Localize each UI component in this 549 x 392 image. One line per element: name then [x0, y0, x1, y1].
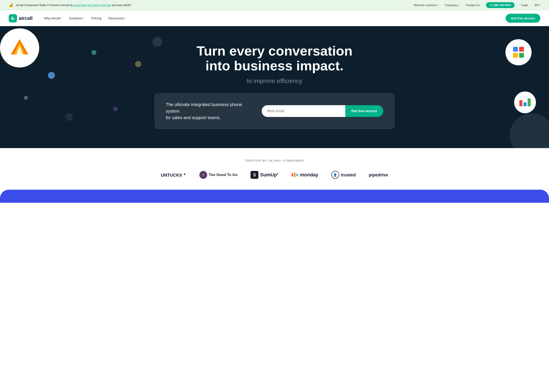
floating-circle-large: [510, 113, 549, 148]
partner-chevron-icon: ▾: [437, 4, 438, 6]
svg-marker-2: [14, 42, 25, 55]
untuckit-trademark-icon: ▲: [183, 172, 186, 175]
nav-left: aircall Why Aircall ▾ Solutions ▾ Pricin…: [9, 14, 128, 22]
toogoodtogo-logo: Too Good To Go: [199, 171, 238, 179]
become-partner-link[interactable]: Become a partner ▾: [414, 3, 438, 7]
logo-text: aircall: [19, 15, 33, 21]
chart-app-icon: [514, 91, 536, 113]
trusted-brand-icon: 👤: [331, 171, 339, 179]
trusted-label: TRUSTED BY 18,000+ COMPANIES: [17, 159, 532, 162]
hero-content: Turn every conversation into business im…: [192, 43, 357, 84]
banner-link[interactable]: send them this form to fill now: [74, 3, 111, 7]
email-input[interactable]: [262, 105, 345, 117]
svg-point-0: [12, 18, 14, 19]
nav-solutions[interactable]: Solutions ▾: [66, 14, 87, 22]
cta-box: The ultimate integrated business phone s…: [155, 93, 394, 129]
contact-us-link[interactable]: Contact Us: [465, 3, 479, 7]
login-button[interactable]: Login: [521, 3, 528, 7]
banner-left: 💰 Aircall Customers! Refer A Friend to A…: [9, 3, 131, 8]
monday-logo: monday: [291, 172, 318, 178]
bottom-wave: [0, 190, 549, 203]
svg-marker-1: [11, 39, 28, 55]
google-app-icon: [506, 39, 532, 65]
phone-number[interactable]: +1 888 240-6923: [486, 2, 514, 8]
company-chevron-icon: ▾: [458, 4, 459, 6]
trusted-section: TRUSTED BY 18,000+ COMPANIES UNTUCKit ▲ …: [0, 148, 549, 192]
trusted-logo: 👤 trusted: [331, 171, 356, 179]
language-selector[interactable]: EN ▾: [535, 3, 540, 7]
toogoodtogo-icon: [199, 171, 207, 179]
get-free-access-button[interactable]: Get free access: [345, 105, 383, 117]
svg-marker-3: [16, 46, 23, 55]
ambient-circle-2: [65, 113, 73, 121]
fox-app-icon: [0, 28, 39, 68]
banner-right: Become a partner ▾ Company ▾ Contact Us …: [414, 2, 540, 8]
resources-chevron-icon: ▾: [125, 17, 126, 19]
pipedrive-logo: pipedrive: [369, 173, 388, 177]
sumup-logo: S SumUp®: [251, 171, 278, 179]
banner-emoji: 💰: [9, 3, 14, 8]
nav-cta-button[interactable]: Get free access: [506, 14, 540, 23]
nav-why-aircall[interactable]: Why Aircall ▾: [41, 14, 65, 22]
floating-dot-3: [24, 96, 28, 100]
banner-text: Aircall Customers! Refer A Friend to Air…: [16, 3, 131, 7]
company-link[interactable]: Company ▾: [445, 3, 459, 7]
logo-icon: [9, 14, 17, 22]
nav-pricing[interactable]: Pricing: [89, 14, 104, 22]
cta-form: Get free access: [262, 105, 383, 117]
floating-dot-2: [92, 50, 96, 55]
lang-chevron-icon: ▾: [539, 4, 540, 6]
ambient-circle-1: [153, 37, 162, 47]
cta-description: The ultimate integrated business phone s…: [166, 101, 249, 121]
logo[interactable]: aircall: [9, 14, 33, 22]
hero-section: Turn every conversation into business im…: [0, 26, 549, 148]
sumup-icon: S: [251, 171, 258, 179]
floating-dot-1: [48, 72, 55, 79]
top-banner: 💰 Aircall Customers! Refer A Friend to A…: [0, 0, 549, 10]
hero-subtitle: to improve efficiency: [197, 77, 352, 84]
floating-dot-5: [113, 107, 118, 111]
floating-dot-4: [135, 61, 141, 67]
hero-title: Turn every conversation into business im…: [197, 43, 352, 73]
main-nav: aircall Why Aircall ▾ Solutions ▾ Pricin…: [0, 10, 549, 26]
why-aircall-chevron-icon: ▾: [61, 17, 62, 19]
nav-resources[interactable]: Resources ▾: [106, 14, 128, 22]
brand-logo-grid: UNTUCKit ▲ Too Good To Go S SumUp®: [17, 171, 532, 179]
nav-links: Why Aircall ▾ Solutions ▾ Pricing Resour…: [41, 14, 128, 22]
monday-icon: [291, 173, 298, 177]
untuckit-logo: UNTUCKit ▲: [161, 172, 186, 178]
solutions-chevron-icon: ▾: [84, 17, 84, 19]
